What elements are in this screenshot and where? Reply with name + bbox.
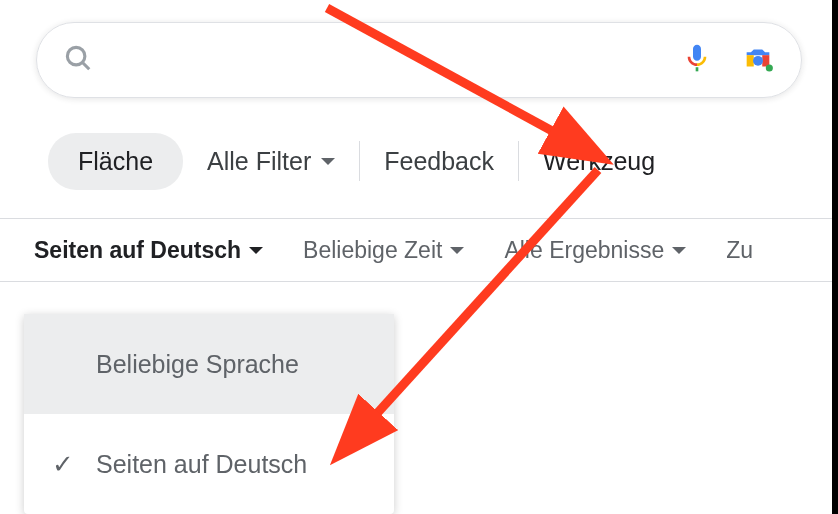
language-dropdown: Beliebige Sprache ✓ Seiten auf Deutsch (24, 314, 394, 514)
tools-reset[interactable]: Zu (726, 237, 753, 264)
svg-rect-2 (747, 55, 754, 66)
search-icon[interactable] (63, 43, 93, 77)
tools-time[interactable]: Beliebige Zeit (303, 237, 464, 264)
chevron-down-icon (321, 158, 335, 165)
check-space: ✓ (52, 449, 96, 480)
filter-row: Fläche Alle Filter Feedback Werkzeug (0, 128, 838, 194)
image-search-icon[interactable] (741, 41, 775, 79)
tools-language[interactable]: Seiten auf Deutsch (34, 237, 263, 264)
tools-results-label: Alle Ergebnisse (504, 237, 664, 264)
search-right-icons (681, 41, 775, 79)
divider (518, 141, 519, 181)
dropdown-item-german-pages[interactable]: ✓ Seiten auf Deutsch (24, 414, 394, 514)
tools-time-label: Beliebige Zeit (303, 237, 442, 264)
svg-point-0 (67, 47, 85, 65)
search-input[interactable] (111, 47, 681, 73)
filter-alle-filter-label: Alle Filter (207, 147, 311, 176)
tools-reset-label: Zu (726, 237, 753, 264)
tools-language-label: Seiten auf Deutsch (34, 237, 241, 264)
filter-alle-filter[interactable]: Alle Filter (207, 147, 335, 176)
svg-point-4 (753, 56, 763, 66)
filter-werkzeug[interactable]: Werkzeug (543, 147, 655, 176)
chevron-down-icon (672, 247, 686, 254)
search-bar (36, 22, 802, 98)
chevron-down-icon (249, 247, 263, 254)
chevron-down-icon (450, 247, 464, 254)
svg-point-5 (766, 64, 773, 71)
dropdown-item-any-language[interactable]: Beliebige Sprache (24, 314, 394, 414)
voice-search-icon[interactable] (681, 42, 713, 78)
svg-line-1 (83, 63, 89, 69)
right-edge (832, 0, 838, 514)
dropdown-item-label: Beliebige Sprache (96, 350, 299, 379)
dropdown-item-label: Seiten auf Deutsch (96, 450, 307, 479)
filter-feedback[interactable]: Feedback (384, 147, 494, 176)
divider (359, 141, 360, 181)
check-icon: ✓ (52, 449, 74, 480)
filter-flaeche[interactable]: Fläche (48, 133, 183, 190)
tools-results[interactable]: Alle Ergebnisse (504, 237, 686, 264)
tools-filter-row: Seiten auf Deutsch Beliebige Zeit Alle E… (0, 218, 838, 282)
